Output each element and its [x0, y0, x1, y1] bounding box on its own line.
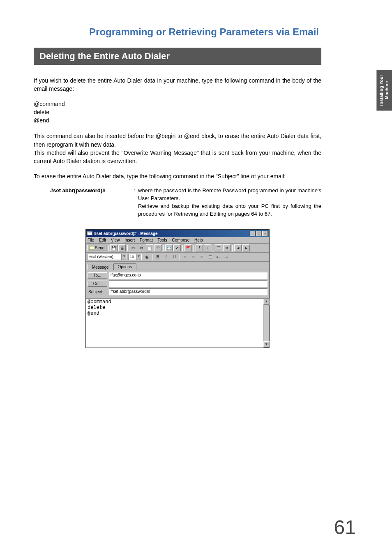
message-body[interactable]: @command delete @end▲▼ [86, 298, 269, 348]
copy-icon[interactable]: ⧉ [138, 244, 145, 251]
section-title: Deleting the Entire Auto Dialer [34, 48, 321, 65]
undo-icon[interactable]: ↶ [154, 244, 161, 251]
cmd-line-1: @command [34, 100, 321, 108]
prev-icon[interactable]: ◄ [234, 244, 242, 251]
font-color-icon[interactable]: ◉ [143, 253, 150, 260]
addressbook-icon[interactable]: 📇 [165, 244, 173, 251]
importance-high-icon[interactable]: ! [196, 244, 203, 251]
font-name-select[interactable]: Arial (Western) [87, 254, 127, 260]
window-title: #set abbr(password)# - Message [94, 231, 158, 236]
page-number: 61 [334, 516, 356, 539]
align-right-icon[interactable]: ≡ [198, 253, 205, 260]
underline-icon[interactable]: U [171, 253, 178, 260]
paste-icon[interactable]: 📋 [146, 244, 153, 251]
ruler-icon[interactable]: ⤧ [223, 244, 231, 251]
print-icon[interactable]: 🖨 [118, 244, 126, 251]
email-window: #set abbr(password)# - Message _ □ × Fil… [85, 229, 270, 348]
align-left-icon[interactable]: ≡ [182, 253, 189, 260]
cmd-line-3: @end [34, 116, 321, 124]
close-button[interactable]: × [262, 231, 268, 236]
importance-low-icon[interactable]: ↓ [204, 244, 211, 251]
italic-icon[interactable]: I [162, 253, 170, 260]
parameter-colon: : [131, 187, 138, 218]
tab-message[interactable]: Message [88, 264, 113, 270]
cmd-line-2: delete [34, 108, 321, 116]
cc-field[interactable] [109, 280, 267, 287]
font-size-select[interactable]: 10 [128, 254, 142, 260]
page-content: Programming or Retrieving Parameters via… [0, 0, 353, 348]
message-body-text: @command delete @end [88, 299, 111, 316]
tab-options[interactable]: Options [113, 263, 136, 270]
send-envelope-icon [89, 246, 94, 250]
envelope-icon [87, 231, 92, 235]
save-icon[interactable]: 💾 [110, 244, 118, 251]
send-label: Send [95, 246, 104, 250]
menu-compose[interactable]: Compose [172, 238, 189, 242]
align-center-icon[interactable]: ≡ [190, 253, 197, 260]
menu-bar[interactable]: File Edit View Insert Format Tools Compo… [86, 237, 269, 244]
menu-help[interactable]: Help [194, 238, 203, 242]
menu-format[interactable]: Format [140, 238, 153, 242]
flag-icon[interactable]: 🚩 [184, 244, 192, 251]
maximize-button[interactable]: □ [256, 231, 262, 236]
menu-file[interactable]: File [88, 238, 94, 242]
paragraph-intro: If you wish to delete the entire Auto Di… [34, 76, 321, 93]
email-screenshot: #set abbr(password)# - Message _ □ × Fil… [34, 229, 321, 348]
header-fields: To... ifax@mgcs.co.jp Cc... Subject: #se… [86, 270, 269, 298]
chapter-title: Programming or Retrieving Parameters via… [34, 26, 321, 38]
cc-button[interactable]: Cc... [88, 281, 107, 287]
command-block: @command delete @end [34, 100, 321, 125]
paragraph-4: To erase the entire Auto Dialer data, ty… [34, 172, 321, 180]
menu-tools[interactable]: Tools [157, 238, 167, 242]
window-titlebar: #set abbr(password)# - Message _ □ × [86, 230, 269, 237]
indent-icon[interactable]: ⇥ [223, 253, 230, 260]
to-button[interactable]: To... [88, 272, 107, 279]
send-button[interactable]: Send [87, 245, 106, 251]
parameter-key: #set abbr(password)# [34, 187, 131, 218]
to-field[interactable]: ifax@mgcs.co.jp [109, 272, 267, 279]
menu-insert[interactable]: Insert [125, 238, 135, 242]
toolbar-main: Send 💾 🖨 ✂ ⧉ 📋 ↶ 📇 ✔ 🚩 ! ↓ ☰ [86, 244, 269, 253]
menu-edit[interactable]: Edit [99, 238, 106, 242]
parameter-row: #set abbr(password)# : where the passwor… [34, 187, 321, 218]
tabs-row: Message Options [86, 262, 269, 270]
cut-icon[interactable]: ✂ [129, 244, 137, 251]
side-tab: Installing YourMachine [376, 70, 392, 111]
bullets-icon[interactable]: ☰ [206, 253, 214, 260]
scroll-up-icon[interactable]: ▲ [263, 299, 270, 305]
scrollbar-vertical[interactable]: ▲▼ [263, 299, 269, 348]
options-icon[interactable]: ☰ [215, 244, 222, 251]
bold-icon[interactable]: B [154, 253, 161, 260]
scroll-down-icon[interactable]: ▼ [263, 341, 270, 348]
paragraph-3: This method will also prevent the "Overw… [34, 149, 321, 166]
outdent-icon[interactable]: ⇤ [214, 253, 222, 260]
paragraph-2: This command can also be inserted before… [34, 132, 321, 149]
next-icon[interactable]: ► [242, 244, 250, 251]
subject-label: Subject: [88, 290, 107, 294]
parameter-description: where the password is the Remote Passwor… [138, 187, 321, 218]
menu-view[interactable]: View [111, 238, 120, 242]
toolbar-format: Arial (Western) 10 ◉ B I U ≡ ≡ ≡ ☰ ⇤ ⇥ [86, 253, 269, 262]
minimize-button[interactable]: _ [250, 231, 256, 236]
checknames-icon[interactable]: ✔ [173, 244, 181, 251]
subject-field[interactable]: #set abbr(password)# [109, 288, 267, 295]
